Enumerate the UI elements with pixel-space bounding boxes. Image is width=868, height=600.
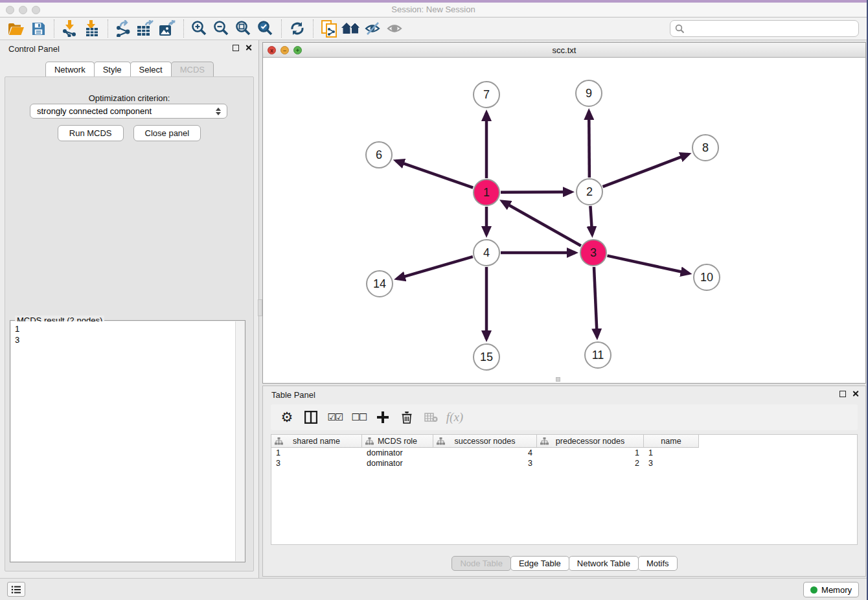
table-cell[interactable]: 3 [433,458,537,468]
search-icon [675,24,685,34]
column-header-predecessor-nodes[interactable]: predecessor nodes [537,435,644,447]
table-cell[interactable]: 3 [271,458,362,468]
task-history-button[interactable] [7,582,25,597]
table-cell[interactable]: 3 [644,458,699,468]
tab-mcds[interactable]: MCDS [171,62,214,77]
export-network-icon[interactable] [113,19,135,38]
graph-node-4[interactable]: 4 [473,239,500,266]
hide-selected-icon[interactable] [362,19,384,38]
table-cell[interactable]: dominator [362,448,433,458]
search-input[interactable] [688,22,858,35]
graph-node-8[interactable]: 8 [692,134,719,161]
table-cell[interactable]: dominator [362,458,433,468]
graph-node-6[interactable]: 6 [365,141,393,168]
clone-network-icon[interactable] [318,19,340,38]
table-cell[interactable]: 1 [271,448,362,458]
column-header-shared-name[interactable]: shared name [271,435,362,447]
graph-node-11[interactable]: 11 [584,341,611,369]
close-table-panel-icon[interactable] [852,390,859,397]
toolbar-separator [281,19,282,38]
graph-node-7[interactable]: 7 [473,81,500,108]
table-panel-title: Table Panel [271,390,315,400]
zoom-in-icon[interactable] [188,19,211,38]
column-header-label: MCDS role [378,437,417,446]
window-accent-strip [0,0,867,3]
select-all-icon[interactable]: ☑☑ [325,408,345,427]
import-network-icon[interactable] [59,19,81,38]
close-panel-button[interactable]: Close panel [133,125,201,141]
deselect-all-icon[interactable]: ☐☐ [349,408,369,427]
memory-label: Memory [821,585,852,595]
memory-status-dot [810,586,817,594]
graph-node-3[interactable]: 3 [580,239,607,266]
control-panel-header: Control Panel [0,40,258,57]
table-row[interactable]: 3dominator323 [271,458,857,468]
show-hide-columns-icon[interactable] [301,408,321,427]
canvas-resize-handle[interactable] [556,377,560,382]
mcds-result-text[interactable]: 1 3 [11,321,235,561]
network-window-titlebar[interactable]: x – + scc.txt [263,43,865,58]
tab-edge-table[interactable]: Edge Table [510,556,569,571]
tree-column-icon [437,437,445,445]
refresh-icon[interactable] [286,19,308,38]
application-window: Session: New Session [0,0,868,600]
table-cell[interactable]: 1 [644,448,699,458]
mcds-result-group: MCDS result (2 nodes) 1 3 [10,320,246,562]
save-session-icon[interactable] [27,19,49,38]
control-panel-tabs: NetworkStyleSelectMCDS [0,62,258,77]
tab-network[interactable]: Network [45,62,95,77]
mcds-result-scrollbar[interactable] [235,321,244,561]
export-image-icon[interactable] [157,19,179,38]
table-cell[interactable]: 2 [537,458,644,468]
graph-node-2[interactable]: 2 [576,178,603,205]
control-panel-title: Control Panel [8,44,60,54]
tab-node-table[interactable]: Node Table [451,556,511,571]
export-table-icon[interactable] [135,19,157,38]
main-toolbar [0,17,867,40]
table-row[interactable]: 1dominator411 [271,448,857,458]
node-table[interactable]: shared nameMCDS rolesuccessor nodesprede… [271,434,858,545]
first-neighbors-icon[interactable] [340,19,362,38]
graph-node-10[interactable]: 10 [693,264,720,291]
network-window-title: scc.txt [263,45,865,55]
float-table-panel-icon[interactable] [839,391,846,397]
show-all-icon[interactable] [384,19,406,38]
float-panel-icon[interactable] [233,45,239,51]
control-panel: Control Panel NetworkStyleSelectMCDS Opt… [0,40,259,578]
window-title: Session: New Session [0,5,867,14]
dropdown-stepper-icon [214,106,223,117]
tab-network-table[interactable]: Network Table [569,556,639,571]
delete-rows-icon[interactable] [397,408,417,427]
function-builder-icon: f(x) [445,408,464,427]
graph-node-14[interactable]: 14 [366,270,393,297]
column-header-name[interactable]: name [644,435,699,447]
graph-node-15[interactable]: 15 [473,343,500,371]
tab-style[interactable]: Style [94,62,131,77]
close-panel-icon[interactable] [245,44,252,51]
memory-button[interactable]: Memory [803,582,859,597]
tab-select[interactable]: Select [130,62,172,77]
import-table-icon[interactable] [81,19,103,38]
panel-splitter-handle[interactable] [258,299,262,316]
column-header-label: shared name [293,437,340,446]
network-canvas[interactable]: 7968124314101511 [263,58,865,383]
zoom-selected-icon[interactable] [255,19,277,38]
tree-column-icon [540,437,549,445]
table-cell[interactable]: 4 [433,448,537,458]
table-cell[interactable]: 1 [537,448,644,458]
column-header-successor-nodes[interactable]: successor nodes [433,435,537,447]
table-mode-icon[interactable]: ⚙ [277,408,297,427]
add-column-icon[interactable] [373,408,393,427]
zoom-fit-icon[interactable] [233,19,255,38]
graph-node-9[interactable]: 9 [575,80,602,107]
table-toolbar: ⚙ ☑☑ ☐☐ f(x) [271,404,858,430]
run-mcds-button[interactable]: Run MCDS [58,125,124,141]
criterion-dropdown[interactable]: strongly connected component [30,104,227,119]
column-header-MCDS-role[interactable]: MCDS role [362,435,433,447]
zoom-out-icon[interactable] [211,19,233,38]
graph-node-1[interactable]: 1 [473,179,500,206]
column-header-label: predecessor nodes [556,437,624,446]
tab-motifs[interactable]: Motifs [638,556,678,571]
search-box[interactable] [670,20,859,37]
open-file-icon[interactable] [5,19,27,38]
